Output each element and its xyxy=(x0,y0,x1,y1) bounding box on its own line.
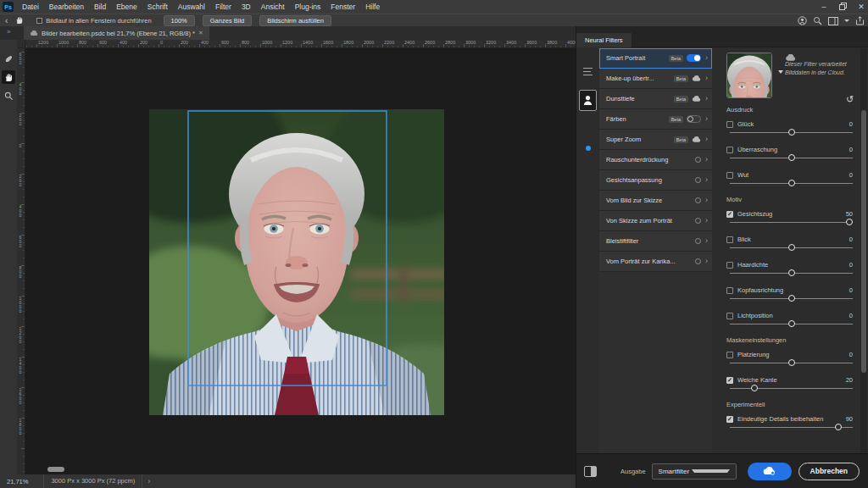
filter-item[interactable]: Bleistiftfilter › xyxy=(599,231,712,252)
thumbnail-chevron-icon[interactable] xyxy=(778,70,783,74)
horizontal-scrollbar-thumb[interactable] xyxy=(47,467,64,472)
slider-handle[interactable] xyxy=(788,295,795,302)
download-circle-icon[interactable] xyxy=(695,238,701,244)
tab-close-icon[interactable]: ✕ xyxy=(198,30,203,36)
slider-track[interactable] xyxy=(730,129,853,137)
reset-icon[interactable]: ↺ xyxy=(846,94,854,105)
menu-item[interactable]: Schrift xyxy=(142,0,173,14)
slider-handle[interactable] xyxy=(788,359,795,366)
restore-icon[interactable] xyxy=(837,3,848,12)
chevron-right-icon[interactable]: › xyxy=(705,54,708,62)
chevron-right-icon[interactable]: › xyxy=(705,217,708,225)
slider-track[interactable] xyxy=(730,244,853,252)
zoom-tool-icon[interactable] xyxy=(2,89,15,103)
minimize-icon[interactable]: – xyxy=(819,3,829,11)
filter-item[interactable]: Smart Portrait Beta › xyxy=(599,48,712,69)
slider-track[interactable] xyxy=(730,359,853,368)
cancel-button[interactable]: Abbrechen xyxy=(798,463,860,480)
slider-track[interactable] xyxy=(730,154,853,163)
menu-item[interactable]: Bild xyxy=(89,0,111,14)
filter-item[interactable]: Vom Porträt zur Karika... › xyxy=(599,252,712,272)
slider-handle[interactable] xyxy=(788,244,795,251)
menu-item[interactable]: Ansicht xyxy=(256,0,290,14)
slider-checkbox[interactable] xyxy=(726,236,733,243)
zoom-level-field[interactable]: 21,71% xyxy=(7,478,28,485)
slider-track[interactable] xyxy=(730,385,853,393)
menu-item[interactable]: Filter xyxy=(210,0,236,14)
menu-item[interactable]: Plug-ins xyxy=(290,0,326,14)
slider-track[interactable] xyxy=(730,180,853,188)
slider-handle[interactable] xyxy=(788,180,795,186)
slider-track[interactable] xyxy=(730,269,853,278)
scroll-all-windows-checkbox[interactable] xyxy=(36,18,42,24)
menu-item[interactable]: Auswahl xyxy=(173,0,210,14)
toggle-on-switch[interactable] xyxy=(687,54,701,62)
slider-handle[interactable] xyxy=(788,154,795,161)
neural-filters-tab[interactable]: Neural Filters xyxy=(576,33,632,47)
filter-item[interactable]: Von Skizze zum Porträt › xyxy=(599,211,712,231)
close-icon[interactable]: ✕ xyxy=(856,3,866,11)
slider-checkbox[interactable] xyxy=(726,352,733,358)
hand-tool-icon[interactable] xyxy=(2,70,15,84)
chevron-right-icon[interactable]: › xyxy=(705,237,708,245)
download-circle-icon[interactable] xyxy=(695,218,701,224)
slider-handle[interactable] xyxy=(751,385,758,391)
slider-handle[interactable] xyxy=(846,219,853,225)
status-chevron-icon[interactable]: › xyxy=(147,477,150,485)
slider-track[interactable] xyxy=(730,320,853,329)
chevron-right-icon[interactable]: › xyxy=(705,95,708,103)
cloud-download-icon[interactable] xyxy=(692,75,701,82)
chevron-right-icon[interactable]: › xyxy=(705,156,708,164)
wait-list-icon[interactable] xyxy=(586,146,591,151)
hand-tool-indicator-icon[interactable] xyxy=(14,15,25,25)
menu-item[interactable]: Hilfe xyxy=(360,0,385,14)
download-circle-icon[interactable] xyxy=(695,258,701,264)
menu-item[interactable]: Fenster xyxy=(326,0,360,14)
chevron-right-icon[interactable]: › xyxy=(705,136,708,143)
chevron-right-icon[interactable]: › xyxy=(705,75,708,82)
chevron-down-icon[interactable] xyxy=(844,19,849,22)
slider-checkbox[interactable] xyxy=(726,313,733,319)
filter-item[interactable]: Vom Bild zur Skizze › xyxy=(599,191,712,211)
chevron-right-icon[interactable]: › xyxy=(705,258,708,265)
chevron-right-icon[interactable]: › xyxy=(705,197,708,204)
slider-track[interactable] xyxy=(730,295,853,303)
slider-handle[interactable] xyxy=(788,269,795,276)
slider-checkbox[interactable] xyxy=(726,147,733,153)
search-icon[interactable] xyxy=(813,16,822,25)
filter-item[interactable]: Gesichtsanpassung › xyxy=(599,170,712,191)
slider-handle[interactable] xyxy=(788,320,795,327)
ok-button[interactable] xyxy=(748,463,792,480)
cloud-download-icon[interactable] xyxy=(692,96,701,103)
filter-item[interactable]: Dunsttiefe Beta › xyxy=(599,89,712,109)
filter-item[interactable]: Super Zoom Beta › xyxy=(599,130,712,150)
panel-scrollbar[interactable] xyxy=(860,48,867,452)
menu-item[interactable]: Datei xyxy=(17,0,44,14)
portrait-filters-icon[interactable] xyxy=(579,90,597,111)
menu-item[interactable]: Bearbeiten xyxy=(44,0,89,14)
menu-item[interactable]: 3D xyxy=(236,0,256,14)
filter-item[interactable]: Rauschunterdrückung › xyxy=(599,150,712,170)
slider-checkbox[interactable] xyxy=(726,287,733,294)
panel-scrollbar-thumb[interactable] xyxy=(861,110,866,373)
slider-handle[interactable] xyxy=(788,129,795,136)
toggle-off-switch[interactable] xyxy=(687,115,701,123)
menu-item[interactable]: Ebene xyxy=(111,0,142,14)
document-tab[interactable]: Bilder bearbeiten.psdc bei 21,7% (Ebene … xyxy=(24,26,209,40)
slider-track[interactable] xyxy=(730,424,853,432)
panel-collapse-icon[interactable]: » xyxy=(7,28,10,36)
slider-checkbox[interactable] xyxy=(726,172,733,179)
download-circle-icon[interactable] xyxy=(695,197,701,203)
filter-preview-thumbnail[interactable] xyxy=(726,53,772,98)
account-icon[interactable] xyxy=(798,16,807,25)
slider-checkbox[interactable] xyxy=(726,121,733,128)
chevron-right-icon[interactable]: › xyxy=(705,115,708,123)
filter-item[interactable]: Färben Beta › xyxy=(599,109,712,130)
output-select[interactable]: Smartfilter xyxy=(652,463,737,480)
slider-checkbox[interactable]: ✓ xyxy=(726,416,733,423)
all-filters-icon[interactable] xyxy=(583,68,593,75)
slider-track[interactable] xyxy=(730,219,853,227)
slider-checkbox[interactable] xyxy=(726,262,733,269)
slider-handle[interactable] xyxy=(835,424,842,430)
chevron-right-icon[interactable]: › xyxy=(705,176,708,184)
